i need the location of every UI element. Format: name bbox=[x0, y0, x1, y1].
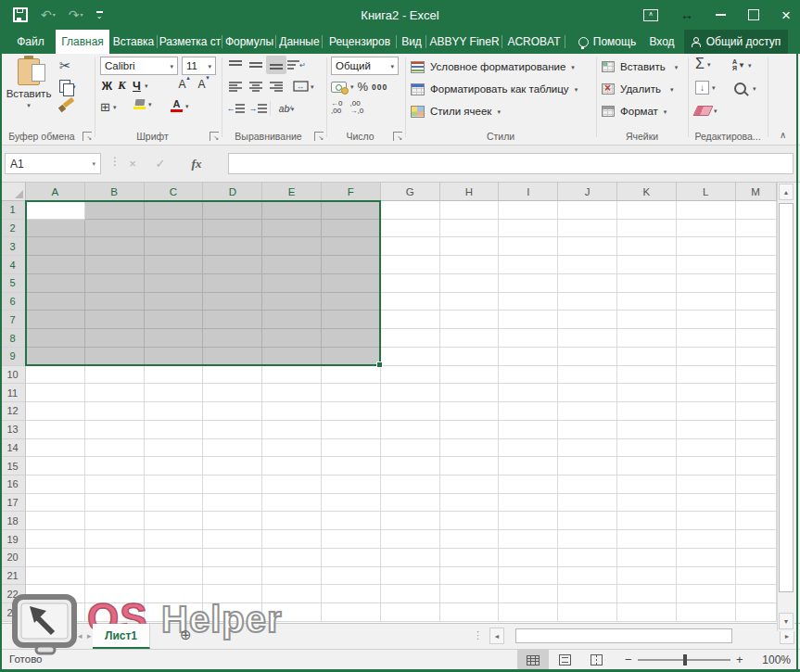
cell-M21[interactable] bbox=[736, 567, 777, 586]
orientation-button[interactable]: ab∕▾ bbox=[273, 99, 300, 118]
cell-K2[interactable] bbox=[617, 220, 677, 238]
cell-K14[interactable] bbox=[617, 439, 677, 458]
number-format-combo[interactable]: Общий▾ bbox=[331, 57, 399, 75]
clear-button[interactable]: ▾ bbox=[695, 106, 717, 116]
cell-L13[interactable] bbox=[677, 421, 736, 439]
cell-A6[interactable] bbox=[26, 293, 85, 311]
horizontal-scrollbar[interactable] bbox=[506, 628, 779, 644]
cell-A15[interactable] bbox=[26, 457, 85, 475]
cell-C23[interactable] bbox=[145, 603, 204, 622]
cell-E14[interactable] bbox=[262, 439, 322, 458]
cell-I23[interactable] bbox=[499, 603, 558, 622]
format-cells-button[interactable]: Формат▾ bbox=[602, 101, 667, 121]
cell-H15[interactable] bbox=[440, 457, 500, 475]
fill-handle[interactable] bbox=[376, 361, 383, 368]
clipboard-dialog-launcher[interactable]: ↘ bbox=[83, 132, 92, 141]
zoom-slider-thumb[interactable] bbox=[683, 654, 687, 666]
column-header-B[interactable]: B bbox=[85, 183, 145, 201]
fill-color-button[interactable] bbox=[133, 99, 146, 109]
cell-C12[interactable] bbox=[145, 402, 204, 421]
cell-F18[interactable] bbox=[322, 512, 381, 530]
row-header-14[interactable]: 14 bbox=[0, 439, 26, 458]
cell-E8[interactable] bbox=[262, 329, 322, 348]
cell-F6[interactable] bbox=[322, 293, 381, 311]
cell-H12[interactable] bbox=[440, 402, 500, 421]
cell-B2[interactable] bbox=[85, 220, 145, 238]
cell-L23[interactable] bbox=[677, 603, 736, 622]
cell-F1[interactable] bbox=[322, 201, 381, 220]
cell-D1[interactable] bbox=[203, 201, 262, 220]
cell-C18[interactable] bbox=[145, 512, 204, 530]
cell-B16[interactable] bbox=[85, 475, 145, 494]
column-header-D[interactable]: D bbox=[203, 183, 262, 201]
row-header-12[interactable]: 12 bbox=[0, 402, 26, 421]
sheet-tab-list1[interactable]: Лист1 bbox=[93, 624, 150, 649]
cell-C15[interactable] bbox=[145, 457, 204, 475]
cell-F7[interactable] bbox=[322, 311, 381, 329]
cell-K5[interactable] bbox=[617, 274, 677, 293]
maximize-button[interactable] bbox=[748, 9, 759, 20]
cell-F19[interactable] bbox=[322, 530, 381, 549]
cell-J4[interactable] bbox=[558, 256, 617, 274]
formula-input[interactable] bbox=[228, 153, 794, 174]
cell-H5[interactable] bbox=[440, 274, 500, 293]
cell-I20[interactable] bbox=[499, 549, 558, 567]
cell-H1[interactable] bbox=[440, 201, 500, 220]
cell-F14[interactable] bbox=[322, 439, 381, 458]
cell-C14[interactable] bbox=[145, 439, 204, 458]
cell-H11[interactable] bbox=[440, 384, 500, 402]
borders-button[interactable]: ⊞ bbox=[100, 100, 110, 114]
cell-I4[interactable] bbox=[499, 256, 558, 274]
cell-E5[interactable] bbox=[262, 274, 322, 293]
cell-E11[interactable] bbox=[262, 384, 322, 402]
cell-D21[interactable] bbox=[203, 567, 262, 586]
column-header-G[interactable]: G bbox=[381, 183, 440, 201]
cell-E6[interactable] bbox=[262, 293, 322, 311]
autosum-button[interactable]: Σ▾ bbox=[695, 57, 710, 71]
cell-H9[interactable] bbox=[440, 348, 500, 366]
cell-F5[interactable] bbox=[322, 274, 381, 293]
number-dialog-launcher[interactable]: ↘ bbox=[393, 132, 402, 141]
cell-B15[interactable] bbox=[85, 457, 145, 475]
cell-E22[interactable] bbox=[262, 585, 322, 603]
cell-A4[interactable] bbox=[26, 256, 85, 274]
cell-K19[interactable] bbox=[617, 530, 677, 549]
cell-A7[interactable] bbox=[26, 311, 85, 329]
cell-L21[interactable] bbox=[677, 567, 736, 586]
cell-L14[interactable] bbox=[677, 439, 736, 458]
sort-filter-button[interactable]: АЯ▼▾ bbox=[732, 58, 752, 71]
increase-indent-button[interactable]: → bbox=[248, 99, 268, 118]
cell-G15[interactable] bbox=[381, 457, 440, 475]
cell-A17[interactable] bbox=[26, 494, 85, 513]
cell-L20[interactable] bbox=[677, 549, 736, 567]
cell-B19[interactable] bbox=[85, 530, 145, 549]
cell-A22[interactable] bbox=[26, 585, 85, 603]
cell-E9[interactable] bbox=[262, 348, 322, 366]
cell-I16[interactable] bbox=[499, 475, 558, 494]
cell-E15[interactable] bbox=[262, 457, 322, 475]
cell-L19[interactable] bbox=[677, 530, 736, 549]
cell-A18[interactable] bbox=[26, 512, 85, 530]
cell-M8[interactable] bbox=[736, 329, 777, 348]
row-header-17[interactable]: 17 bbox=[0, 494, 26, 513]
cell-F22[interactable] bbox=[322, 585, 381, 603]
cell-F4[interactable] bbox=[322, 256, 381, 274]
cell-B14[interactable] bbox=[85, 439, 145, 458]
cell-B12[interactable] bbox=[85, 402, 145, 421]
cell-H21[interactable] bbox=[440, 567, 500, 586]
row-header-11[interactable]: 11 bbox=[0, 384, 26, 402]
cell-E10[interactable] bbox=[262, 366, 322, 385]
cell-B18[interactable] bbox=[85, 512, 145, 530]
zoom-in-button[interactable]: + bbox=[736, 653, 743, 666]
collapse-ribbon-button[interactable]: ∧ bbox=[780, 130, 786, 140]
cell-J21[interactable] bbox=[558, 567, 617, 586]
row-header-18[interactable]: 18 bbox=[0, 512, 26, 530]
cell-D4[interactable] bbox=[203, 256, 262, 274]
cell-H14[interactable] bbox=[440, 439, 500, 458]
row-header-5[interactable]: 5 bbox=[0, 274, 26, 293]
cell-C9[interactable] bbox=[145, 348, 204, 366]
increase-decimal-button[interactable]: ←0,00 bbox=[331, 100, 342, 115]
paste-button[interactable]: Вставить ▾ bbox=[4, 57, 54, 118]
cell-H17[interactable] bbox=[440, 494, 500, 513]
cell-E3[interactable] bbox=[262, 237, 322, 256]
